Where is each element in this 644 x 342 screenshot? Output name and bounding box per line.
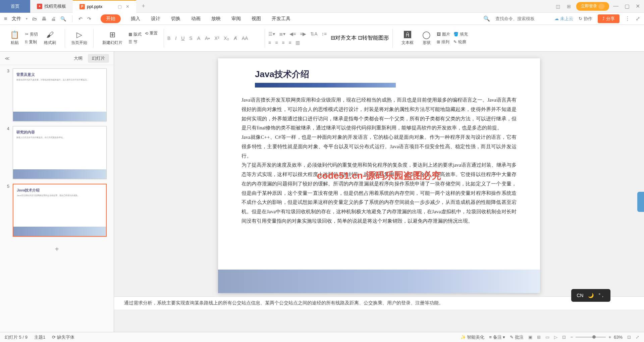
hamburger-icon[interactable]: ≡ xyxy=(4,16,7,22)
clear-format-icon[interactable]: A̸ xyxy=(234,36,237,41)
smart-graphic-button[interactable]: ⊡转智能图形 xyxy=(358,35,389,41)
theme-indicator[interactable]: 主题1 xyxy=(34,334,45,340)
reset-button[interactable]: ⟲重置 xyxy=(145,31,158,36)
zoom-out-icon[interactable]: − xyxy=(571,335,573,340)
text-direction-icon[interactable]: ⇅A xyxy=(310,31,317,37)
undo-icon[interactable]: ↶ xyxy=(78,16,83,21)
tab-window-icon[interactable]: ▢ xyxy=(118,4,122,9)
bullets-icon[interactable]: ☰▾ xyxy=(268,31,275,37)
login-button[interactable]: 立即登录 xyxy=(576,2,609,11)
menu-tab-design[interactable]: 设计 xyxy=(150,14,161,23)
fill-button[interactable]: 🪣填充 xyxy=(453,32,468,37)
redo-icon[interactable]: ↷ xyxy=(87,16,91,21)
cloud-status[interactable]: ☁ 未上云 xyxy=(554,16,573,22)
save-icon[interactable]: 🖶 xyxy=(42,16,46,21)
indent-decrease-icon[interactable]: ◀≡ xyxy=(289,31,296,37)
section-button[interactable]: ☰节 xyxy=(128,39,142,45)
menu-tab-review[interactable]: 审阅 xyxy=(231,14,241,23)
line-spacing-icon[interactable]: ↕≡ xyxy=(322,31,327,37)
paste-button[interactable]: 📋 粘贴 xyxy=(7,31,22,46)
maximize-icon[interactable]: ▢ xyxy=(625,3,630,9)
view-reading-icon[interactable]: ▭ xyxy=(545,335,549,340)
align-justify-icon[interactable]: ≡ xyxy=(289,40,291,45)
indent-increase-icon[interactable]: ≡▶ xyxy=(300,31,306,37)
strikethrough-icon[interactable]: S xyxy=(189,36,192,41)
outline-tab[interactable]: 大纲 xyxy=(70,54,87,63)
zoom-in-icon[interactable]: + xyxy=(608,335,611,340)
fullscreen-icon[interactable]: ⤢ xyxy=(636,335,639,340)
slide-canvas[interactable]: Java技术介绍 Java语言擅长开发互联网类应用和企业级应用，现在已经相当的成… xyxy=(218,58,540,293)
comments-button[interactable]: ✎ 批注 xyxy=(510,334,524,340)
expand-icon[interactable]: ⤢ xyxy=(636,15,640,22)
new-slide-button[interactable]: ⊞ 新建幻灯片 xyxy=(100,31,125,46)
print-icon[interactable]: 🖨 xyxy=(51,16,56,21)
numbering-icon[interactable]: ≣▾ xyxy=(279,31,285,37)
preview-icon[interactable]: 🔍 xyxy=(60,16,66,21)
columns-icon[interactable]: ▥ xyxy=(296,40,300,45)
arrange-button[interactable]: ⊞排列 xyxy=(437,39,450,45)
minimize-icon[interactable]: — xyxy=(613,3,619,9)
zoom-control[interactable]: − + 63% xyxy=(571,335,623,340)
file-menu[interactable]: 文件 xyxy=(12,16,21,22)
bold-icon[interactable]: B xyxy=(167,36,170,41)
home-tab[interactable]: 首页 xyxy=(0,0,30,13)
align-left-icon[interactable]: ≡ xyxy=(268,40,271,45)
notes-bar[interactable]: 通过需求分析，系统主要实现查询某条路线上的所有公交站点信息、某两个公交站点之间的… xyxy=(114,296,644,309)
template-tab[interactable]: ✦ 找稻壳模板 xyxy=(30,0,73,13)
add-slide-button[interactable]: + xyxy=(5,241,109,257)
outline-button[interactable]: ✎轮廓 xyxy=(453,39,468,45)
menu-tab-transition[interactable]: 切换 xyxy=(170,14,181,23)
underline-icon[interactable]: U xyxy=(181,36,184,41)
from-current-button[interactable]: ▷ 当页开始 xyxy=(68,31,90,46)
notes-button[interactable]: ≡ 备注 ▾ xyxy=(489,334,505,340)
slide-thumb-3[interactable]: 3 背景及意义 随着信息时代的飞速发展，计算机的影响越来越大，是人类生活水平的不… xyxy=(5,68,109,121)
open-icon[interactable]: 🗁 xyxy=(32,16,37,21)
picture-button[interactable]: 🖼图片 xyxy=(437,32,450,37)
view-sorter-icon[interactable]: ⊞ xyxy=(537,335,541,340)
fit-icon[interactable]: ⊡ xyxy=(627,335,631,340)
shape-button[interactable]: ◯ 形状 xyxy=(420,31,433,46)
new-tab-button[interactable]: + xyxy=(136,3,151,10)
search-input[interactable] xyxy=(495,16,549,21)
layout-button[interactable]: ▦版式 xyxy=(128,32,142,37)
align-text-button[interactable]: ⊟对齐文本 xyxy=(331,35,357,41)
apps-icon[interactable]: ⊞ xyxy=(566,2,572,10)
beautify-button[interactable]: ✨ 智能美化 xyxy=(461,334,485,340)
align-center-icon[interactable]: ≡ xyxy=(275,40,278,45)
copy-button[interactable]: ⎘复制 xyxy=(25,39,38,45)
share-button[interactable]: ⤴ 分享 xyxy=(598,14,620,23)
subscript-icon[interactable]: X₂ xyxy=(224,36,229,41)
font-color-icon[interactable]: A xyxy=(197,36,200,41)
highlight-icon[interactable]: A▪ xyxy=(205,36,210,41)
right-panel-tab[interactable] xyxy=(637,192,644,212)
layout-icon[interactable]: ◫ xyxy=(554,2,561,10)
missing-font-indicator[interactable]: ⟳ 缺失字体 xyxy=(52,334,74,340)
textbox-button[interactable]: 🅰 文本框 xyxy=(399,31,416,46)
menu-tab-view[interactable]: 视图 xyxy=(251,14,262,23)
search-icon[interactable]: 🔍 xyxy=(483,15,490,22)
tab-close-icon[interactable]: ✕ xyxy=(126,4,129,9)
menu-tab-animation[interactable]: 动画 xyxy=(191,14,201,23)
view-normal-icon[interactable]: ▣ xyxy=(528,335,532,340)
menu-tab-start[interactable]: 开始 xyxy=(101,14,121,23)
menu-tab-dev[interactable]: 开发工具 xyxy=(271,14,291,23)
menu-tab-slideshow[interactable]: 放映 xyxy=(211,14,221,23)
collapse-sidebar-icon[interactable]: ≪ xyxy=(5,56,10,61)
format-painter-button[interactable]: 🖌 格式刷 xyxy=(41,31,59,46)
menu-tab-insert[interactable]: 插入 xyxy=(130,14,141,23)
align-right-icon[interactable]: ≡ xyxy=(282,40,284,45)
superscript-icon[interactable]: X² xyxy=(214,36,219,41)
slide-thumb-5[interactable]: 5 Java技术介绍 Java语言擅长开发互联网类应用和企业级应用，现在已经相当… xyxy=(5,184,109,237)
zoom-slider[interactable] xyxy=(576,337,606,338)
view-grid-icon[interactable]: ⊡ xyxy=(562,335,566,340)
cut-button[interactable]: ✂剪切 xyxy=(25,32,38,37)
font-effects-icon[interactable]: AA xyxy=(242,36,248,41)
slide-thumb-4[interactable]: 4 研究的内容 随着人们生活水平的不断提高，出行方式逐渐多样化... xyxy=(5,126,109,179)
close-icon[interactable]: ✕ xyxy=(636,3,640,9)
slides-tab[interactable]: 幻灯片 xyxy=(88,54,109,63)
collab-button[interactable]: ↻ 协作 xyxy=(579,16,592,22)
file-tab[interactable]: P ppt.pptx ▢ ✕ xyxy=(73,0,136,13)
more-icon[interactable]: ⋮ xyxy=(625,15,630,22)
italic-icon[interactable]: I xyxy=(175,36,176,41)
view-slideshow-icon[interactable]: ▷ xyxy=(554,335,557,340)
